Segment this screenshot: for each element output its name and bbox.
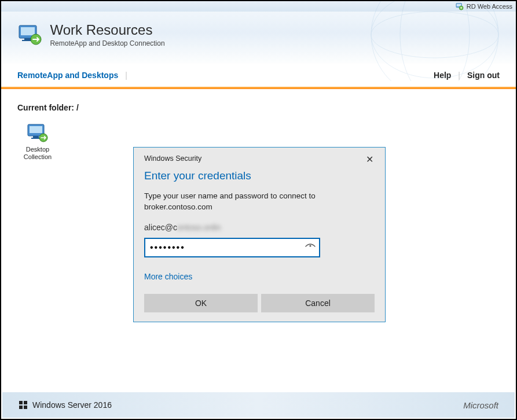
app-desktop-collection[interactable]: Desktop Collection bbox=[17, 123, 58, 161]
app-label: Desktop Collection bbox=[17, 146, 58, 161]
svg-rect-19 bbox=[24, 401, 27, 404]
banner: Work Resources RemoteApp and Desktop Con… bbox=[1, 12, 516, 64]
rd-web-access-icon bbox=[456, 2, 464, 10]
svg-point-4 bbox=[371, 12, 498, 58]
more-choices-link[interactable]: More choices bbox=[144, 272, 192, 281]
dialog-heading: Enter your credentials bbox=[144, 170, 375, 182]
nav-tab-remoteapp[interactable]: RemoteApp and Desktops bbox=[17, 71, 118, 80]
cancel-button[interactable]: Cancel bbox=[261, 294, 375, 312]
ok-button[interactable]: OK bbox=[144, 294, 258, 312]
svg-rect-20 bbox=[19, 406, 23, 409]
nav-signout-link[interactable]: Sign out bbox=[467, 71, 500, 80]
dialog-message: Type your user name and password to conn… bbox=[144, 190, 375, 212]
dialog-username: alicec@contoso.onlin bbox=[144, 223, 375, 232]
svg-rect-8 bbox=[21, 27, 35, 35]
svg-rect-9 bbox=[24, 38, 31, 40]
dialog-window-title: Windows Security bbox=[144, 154, 364, 163]
credentials-dialog: Windows Security ✕ Enter your credential… bbox=[133, 147, 386, 322]
desktop-collection-icon bbox=[26, 123, 49, 143]
nav-separator: | bbox=[125, 71, 127, 80]
top-strip: RD Web Access bbox=[1, 1, 516, 12]
current-folder-label: Current folder: / bbox=[17, 103, 500, 112]
nav-separator: | bbox=[458, 71, 460, 80]
page-title: Work Resources bbox=[50, 22, 164, 38]
svg-rect-13 bbox=[30, 126, 42, 133]
footer-company: Microsoft bbox=[463, 400, 498, 410]
nav-help-link[interactable]: Help bbox=[434, 71, 451, 80]
svg-rect-21 bbox=[24, 406, 27, 409]
footer-product: Windows Server 2016 bbox=[32, 400, 112, 410]
navbar: RemoteApp and Desktops | Help | Sign out bbox=[1, 64, 516, 87]
password-input[interactable] bbox=[144, 238, 320, 257]
svg-rect-14 bbox=[33, 136, 39, 138]
close-icon[interactable]: ✕ bbox=[364, 154, 376, 165]
page-subtitle: RemoteApp and Desktop Connection bbox=[50, 39, 164, 47]
work-resources-icon bbox=[17, 22, 43, 47]
svg-point-17 bbox=[309, 245, 311, 246]
svg-rect-18 bbox=[19, 401, 23, 404]
top-strip-label: RD Web Access bbox=[467, 3, 512, 10]
reveal-password-icon[interactable] bbox=[305, 242, 316, 253]
windows-icon bbox=[19, 400, 28, 410]
footer: Windows Server 2016 Microsoft bbox=[2, 392, 515, 418]
